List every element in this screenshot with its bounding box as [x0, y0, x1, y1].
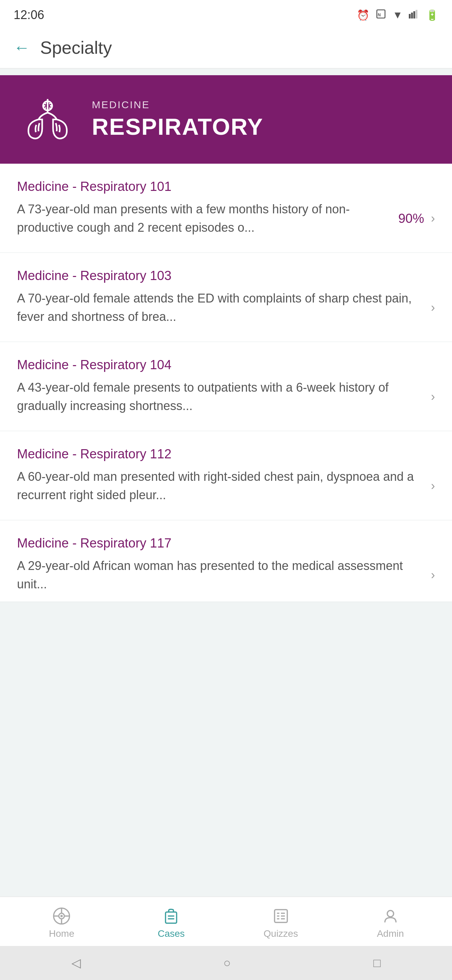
case-item[interactable]: Medicine - Respiratory 117 A 29-year-old…	[0, 520, 452, 602]
page-title: Specialty	[40, 37, 112, 58]
cases-icon	[162, 907, 181, 926]
status-icons: ⏰ N ▼ 🔋	[357, 8, 438, 22]
svg-line-12	[45, 103, 46, 104]
wifi-icon: ▼	[392, 9, 403, 21]
case-description: A 29-year-old African woman has presente…	[17, 557, 424, 593]
svg-point-33	[387, 911, 394, 917]
nav-item-cases[interactable]: Cases	[116, 907, 226, 939]
hero-title: RESPIRATORY	[92, 113, 263, 140]
case-row: A 60-year-old man presented with right-s…	[17, 468, 435, 504]
case-description: A 60-year-old man presented with right-s…	[17, 468, 424, 504]
respiratory-icon	[21, 92, 75, 147]
case-row: A 70-year-old female attends the ED with…	[17, 289, 435, 326]
case-description: A 43-year-old female presents to outpati…	[17, 379, 424, 415]
svg-line-15	[49, 108, 50, 108]
svg-line-14	[45, 108, 46, 108]
nav-item-admin[interactable]: Admin	[336, 907, 445, 939]
svg-rect-23	[166, 912, 177, 923]
quizzes-icon	[271, 907, 290, 926]
nfc-icon: N	[376, 8, 386, 22]
battery-icon: 🔋	[426, 9, 438, 21]
svg-line-13	[49, 103, 50, 104]
nav-quizzes-label: Quizzes	[263, 928, 298, 939]
bottom-nav: Home Cases Quizzes Admin	[0, 897, 452, 946]
back-button[interactable]: ←	[14, 40, 30, 56]
hero-subtitle: MEDICINE	[92, 99, 263, 111]
case-title: Medicine - Respiratory 101	[17, 179, 435, 194]
case-item[interactable]: Medicine - Respiratory 103 A 70-year-old…	[0, 253, 452, 342]
case-item[interactable]: Medicine - Respiratory 112 A 60-year-old…	[0, 431, 452, 520]
nav-item-quizzes[interactable]: Quizzes	[226, 907, 336, 939]
case-title: Medicine - Respiratory 112	[17, 447, 435, 461]
android-nav-bar: ◁ ○ □	[0, 946, 452, 980]
chevron-right-icon: ›	[431, 479, 435, 493]
android-recents-button[interactable]: □	[373, 956, 381, 970]
case-meta: 90% ›	[398, 211, 435, 226]
nav-admin-label: Admin	[377, 928, 404, 939]
case-meta: ›	[431, 479, 435, 493]
hero-banner: MEDICINE RESPIRATORY	[0, 75, 452, 164]
case-meta: ›	[431, 390, 435, 404]
case-row: A 73-year-old man presents with a few mo…	[17, 200, 435, 237]
case-meta: ›	[431, 568, 435, 582]
nav-item-home[interactable]: Home	[7, 907, 116, 939]
case-meta: ›	[431, 301, 435, 315]
case-description: A 73-year-old man presents with a few mo…	[17, 200, 392, 237]
case-list: Medicine - Respiratory 101 A 73-year-old…	[0, 164, 452, 749]
svg-rect-5	[416, 10, 417, 18]
chevron-right-icon: ›	[431, 390, 435, 404]
case-description: A 70-year-old female attends the ED with…	[17, 289, 424, 326]
status-time: 12:06	[14, 8, 44, 22]
nav-cases-label: Cases	[158, 928, 185, 939]
chevron-right-icon: ›	[431, 211, 435, 226]
case-percent: 90%	[398, 211, 424, 226]
svg-rect-4	[413, 11, 415, 18]
android-home-button[interactable]: ○	[224, 956, 231, 970]
case-row: A 43-year-old female presents to outpati…	[17, 379, 435, 415]
svg-rect-3	[411, 13, 413, 18]
case-title: Medicine - Respiratory 104	[17, 358, 435, 372]
svg-text:N: N	[378, 12, 381, 17]
admin-icon	[381, 907, 400, 926]
case-row: A 29-year-old African woman has presente…	[17, 557, 435, 593]
case-item[interactable]: Medicine - Respiratory 104 A 43-year-old…	[0, 342, 452, 431]
home-icon	[52, 907, 71, 926]
nav-home-label: Home	[49, 928, 75, 939]
svg-point-22	[60, 915, 63, 917]
page-header: ← Specialty	[0, 27, 452, 68]
signal-icon	[409, 9, 420, 21]
svg-rect-2	[409, 14, 411, 18]
case-title: Medicine - Respiratory 117	[17, 536, 435, 550]
chevron-right-icon: ›	[431, 568, 435, 582]
case-item[interactable]: Medicine - Respiratory 101 A 73-year-old…	[0, 164, 452, 253]
android-back-button[interactable]: ◁	[71, 956, 81, 970]
alarm-icon: ⏰	[357, 9, 370, 21]
status-bar: 12:06 ⏰ N ▼ 🔋	[0, 0, 452, 27]
hero-text: MEDICINE RESPIRATORY	[92, 99, 263, 140]
case-title: Medicine - Respiratory 103	[17, 269, 435, 283]
chevron-right-icon: ›	[431, 301, 435, 315]
